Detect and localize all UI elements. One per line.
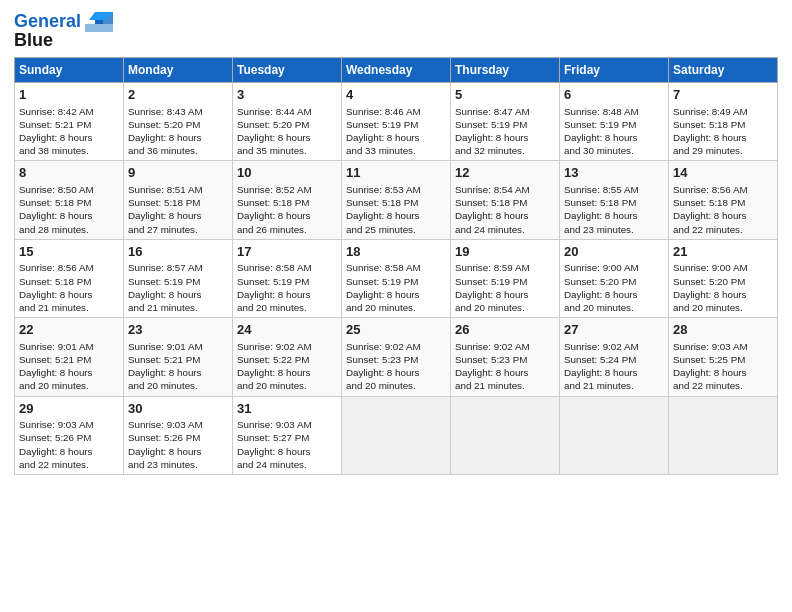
weekday-header-wednesday: Wednesday	[342, 58, 451, 83]
week-row-3: 15Sunrise: 8:56 AM Sunset: 5:18 PM Dayli…	[15, 239, 778, 317]
day-info: Sunrise: 8:57 AM Sunset: 5:19 PM Dayligh…	[128, 261, 228, 314]
day-info: Sunrise: 9:03 AM Sunset: 5:26 PM Dayligh…	[128, 418, 228, 471]
day-number: 24	[237, 321, 337, 339]
day-info: Sunrise: 8:55 AM Sunset: 5:18 PM Dayligh…	[564, 183, 664, 236]
calendar-cell: 3Sunrise: 8:44 AM Sunset: 5:20 PM Daylig…	[233, 83, 342, 161]
day-info: Sunrise: 9:00 AM Sunset: 5:20 PM Dayligh…	[673, 261, 773, 314]
calendar-cell	[669, 396, 778, 474]
day-number: 10	[237, 164, 337, 182]
day-info: Sunrise: 9:01 AM Sunset: 5:21 PM Dayligh…	[128, 340, 228, 393]
day-info: Sunrise: 9:03 AM Sunset: 5:27 PM Dayligh…	[237, 418, 337, 471]
day-number: 2	[128, 86, 228, 104]
day-number: 22	[19, 321, 119, 339]
day-number: 27	[564, 321, 664, 339]
day-info: Sunrise: 9:02 AM Sunset: 5:23 PM Dayligh…	[455, 340, 555, 393]
calendar-cell: 19Sunrise: 8:59 AM Sunset: 5:19 PM Dayli…	[451, 239, 560, 317]
calendar-table: SundayMondayTuesdayWednesdayThursdayFrid…	[14, 57, 778, 475]
week-row-1: 1Sunrise: 8:42 AM Sunset: 5:21 PM Daylig…	[15, 83, 778, 161]
calendar-cell: 16Sunrise: 8:57 AM Sunset: 5:19 PM Dayli…	[124, 239, 233, 317]
calendar-cell: 4Sunrise: 8:46 AM Sunset: 5:19 PM Daylig…	[342, 83, 451, 161]
day-info: Sunrise: 8:58 AM Sunset: 5:19 PM Dayligh…	[237, 261, 337, 314]
day-info: Sunrise: 8:42 AM Sunset: 5:21 PM Dayligh…	[19, 105, 119, 158]
week-row-4: 22Sunrise: 9:01 AM Sunset: 5:21 PM Dayli…	[15, 318, 778, 396]
day-number: 30	[128, 400, 228, 418]
day-number: 4	[346, 86, 446, 104]
day-info: Sunrise: 8:47 AM Sunset: 5:19 PM Dayligh…	[455, 105, 555, 158]
day-number: 20	[564, 243, 664, 261]
day-number: 17	[237, 243, 337, 261]
day-info: Sunrise: 9:01 AM Sunset: 5:21 PM Dayligh…	[19, 340, 119, 393]
calendar-cell: 10Sunrise: 8:52 AM Sunset: 5:18 PM Dayli…	[233, 161, 342, 239]
calendar-cell: 6Sunrise: 8:48 AM Sunset: 5:19 PM Daylig…	[560, 83, 669, 161]
day-number: 19	[455, 243, 555, 261]
day-number: 25	[346, 321, 446, 339]
day-number: 8	[19, 164, 119, 182]
day-number: 21	[673, 243, 773, 261]
logo-blue: Blue	[14, 30, 53, 51]
logo-general: General	[14, 11, 81, 31]
calendar-cell: 29Sunrise: 9:03 AM Sunset: 5:26 PM Dayli…	[15, 396, 124, 474]
week-row-2: 8Sunrise: 8:50 AM Sunset: 5:18 PM Daylig…	[15, 161, 778, 239]
day-number: 7	[673, 86, 773, 104]
day-info: Sunrise: 8:54 AM Sunset: 5:18 PM Dayligh…	[455, 183, 555, 236]
logo: General Blue	[14, 10, 113, 51]
calendar-cell: 13Sunrise: 8:55 AM Sunset: 5:18 PM Dayli…	[560, 161, 669, 239]
calendar-cell: 17Sunrise: 8:58 AM Sunset: 5:19 PM Dayli…	[233, 239, 342, 317]
day-info: Sunrise: 8:48 AM Sunset: 5:19 PM Dayligh…	[564, 105, 664, 158]
calendar-cell: 27Sunrise: 9:02 AM Sunset: 5:24 PM Dayli…	[560, 318, 669, 396]
calendar-cell: 15Sunrise: 8:56 AM Sunset: 5:18 PM Dayli…	[15, 239, 124, 317]
weekday-header-sunday: Sunday	[15, 58, 124, 83]
day-number: 18	[346, 243, 446, 261]
day-info: Sunrise: 8:44 AM Sunset: 5:20 PM Dayligh…	[237, 105, 337, 158]
day-number: 16	[128, 243, 228, 261]
day-info: Sunrise: 9:03 AM Sunset: 5:25 PM Dayligh…	[673, 340, 773, 393]
day-info: Sunrise: 8:43 AM Sunset: 5:20 PM Dayligh…	[128, 105, 228, 158]
day-info: Sunrise: 8:53 AM Sunset: 5:18 PM Dayligh…	[346, 183, 446, 236]
day-info: Sunrise: 9:02 AM Sunset: 5:24 PM Dayligh…	[564, 340, 664, 393]
day-info: Sunrise: 8:59 AM Sunset: 5:19 PM Dayligh…	[455, 261, 555, 314]
week-row-5: 29Sunrise: 9:03 AM Sunset: 5:26 PM Dayli…	[15, 396, 778, 474]
calendar-cell: 22Sunrise: 9:01 AM Sunset: 5:21 PM Dayli…	[15, 318, 124, 396]
header: General Blue	[14, 10, 778, 51]
day-info: Sunrise: 9:00 AM Sunset: 5:20 PM Dayligh…	[564, 261, 664, 314]
calendar-cell: 7Sunrise: 8:49 AM Sunset: 5:18 PM Daylig…	[669, 83, 778, 161]
calendar-cell: 24Sunrise: 9:02 AM Sunset: 5:22 PM Dayli…	[233, 318, 342, 396]
calendar-cell	[560, 396, 669, 474]
day-number: 6	[564, 86, 664, 104]
calendar-cell	[451, 396, 560, 474]
calendar-cell: 8Sunrise: 8:50 AM Sunset: 5:18 PM Daylig…	[15, 161, 124, 239]
day-info: Sunrise: 9:02 AM Sunset: 5:23 PM Dayligh…	[346, 340, 446, 393]
logo-icon	[85, 10, 113, 32]
day-number: 11	[346, 164, 446, 182]
calendar-cell: 21Sunrise: 9:00 AM Sunset: 5:20 PM Dayli…	[669, 239, 778, 317]
calendar-cell: 14Sunrise: 8:56 AM Sunset: 5:18 PM Dayli…	[669, 161, 778, 239]
calendar-cell: 11Sunrise: 8:53 AM Sunset: 5:18 PM Dayli…	[342, 161, 451, 239]
calendar-cell: 18Sunrise: 8:58 AM Sunset: 5:19 PM Dayli…	[342, 239, 451, 317]
day-info: Sunrise: 8:46 AM Sunset: 5:19 PM Dayligh…	[346, 105, 446, 158]
day-info: Sunrise: 8:58 AM Sunset: 5:19 PM Dayligh…	[346, 261, 446, 314]
calendar-cell: 2Sunrise: 8:43 AM Sunset: 5:20 PM Daylig…	[124, 83, 233, 161]
day-info: Sunrise: 8:52 AM Sunset: 5:18 PM Dayligh…	[237, 183, 337, 236]
calendar-cell	[342, 396, 451, 474]
day-info: Sunrise: 8:56 AM Sunset: 5:18 PM Dayligh…	[19, 261, 119, 314]
day-number: 5	[455, 86, 555, 104]
day-number: 31	[237, 400, 337, 418]
weekday-header-row: SundayMondayTuesdayWednesdayThursdayFrid…	[15, 58, 778, 83]
day-number: 26	[455, 321, 555, 339]
calendar-cell: 25Sunrise: 9:02 AM Sunset: 5:23 PM Dayli…	[342, 318, 451, 396]
day-number: 1	[19, 86, 119, 104]
day-number: 29	[19, 400, 119, 418]
day-info: Sunrise: 8:50 AM Sunset: 5:18 PM Dayligh…	[19, 183, 119, 236]
day-number: 12	[455, 164, 555, 182]
page-container: General Blue SundayMondayTuesdayWednesda…	[0, 0, 792, 485]
calendar-cell: 30Sunrise: 9:03 AM Sunset: 5:26 PM Dayli…	[124, 396, 233, 474]
day-info: Sunrise: 8:51 AM Sunset: 5:18 PM Dayligh…	[128, 183, 228, 236]
calendar-cell: 28Sunrise: 9:03 AM Sunset: 5:25 PM Dayli…	[669, 318, 778, 396]
day-number: 9	[128, 164, 228, 182]
day-number: 13	[564, 164, 664, 182]
calendar-cell: 26Sunrise: 9:02 AM Sunset: 5:23 PM Dayli…	[451, 318, 560, 396]
weekday-header-friday: Friday	[560, 58, 669, 83]
calendar-cell: 23Sunrise: 9:01 AM Sunset: 5:21 PM Dayli…	[124, 318, 233, 396]
weekday-header-monday: Monday	[124, 58, 233, 83]
day-info: Sunrise: 9:03 AM Sunset: 5:26 PM Dayligh…	[19, 418, 119, 471]
